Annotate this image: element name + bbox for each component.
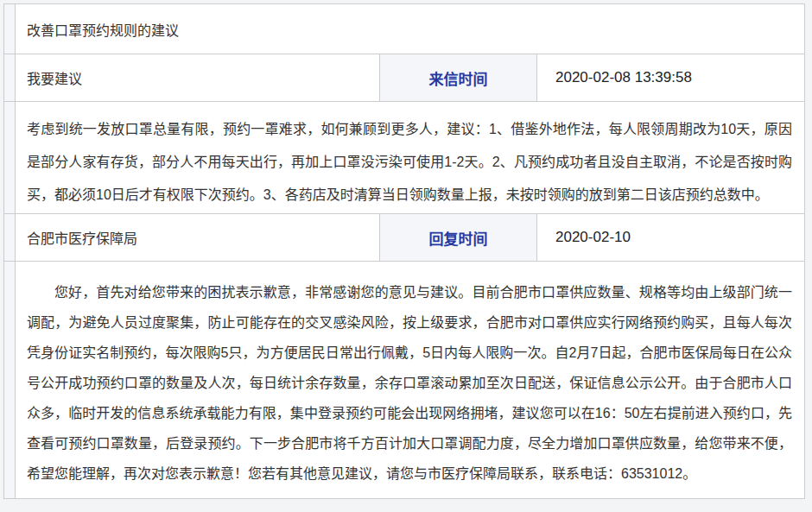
reply-meta-row: 合肥市医疗保障局 回复时间 2020-02-10 [4, 213, 804, 261]
reply-time-value: 2020-02-10 [537, 214, 804, 261]
title-row: 改善口罩预约规则的建议 [4, 4, 804, 54]
reply-time-label: 回复时间 [380, 214, 537, 261]
letter-sender: 我要建议 [16, 54, 380, 101]
reply-body-row: 您好，首先对给您带来的困扰表示歉意，非常感谢您的意见与建议。目前合肥市口罩供应数… [4, 261, 804, 498]
letter-content-cell: 考虑到统一发放口罩总量有限，预约一罩难求，如何兼顾到更多人，建议：1、借鉴外地作… [16, 102, 804, 213]
message-detail-page: { "colors": { "accent_blue": "#24389f", … [0, 0, 812, 512]
letter-body-row: 考虑到统一发放口罩总量有限，预约一罩难求，如何兼顾到更多人，建议：1、借鉴外地作… [4, 101, 804, 213]
message-detail-table: 改善口罩预约规则的建议 我要建议 来信时间 2020-02-08 13:39:5… [3, 3, 805, 499]
left-gutter-cell [4, 214, 16, 261]
letter-time-label: 来信时间 [380, 54, 537, 101]
reply-agency-name: 合肥市医疗保障局 [16, 214, 380, 261]
letter-time-value: 2020-02-08 13:39:58 [537, 54, 804, 101]
reply-content-cell: 您好，首先对给您带来的困扰表示歉意，非常感谢您的意见与建议。目前合肥市口罩供应数… [16, 262, 804, 498]
reply-content: 您好，首先对给您带来的困扰表示歉意，非常感谢您的意见与建议。目前合肥市口罩供应数… [16, 262, 804, 489]
letter-meta-row: 我要建议 来信时间 2020-02-08 13:39:58 [4, 54, 804, 101]
letter-content: 考虑到统一发放口罩总量有限，预约一罩难求，如何兼顾到更多人，建议：1、借鉴外地作… [16, 102, 804, 212]
left-gutter-cell [4, 262, 16, 498]
left-gutter-cell [4, 54, 16, 101]
left-gutter-cell [4, 102, 16, 213]
left-gutter-cell [4, 4, 16, 54]
message-title: 改善口罩预约规则的建议 [16, 4, 804, 54]
